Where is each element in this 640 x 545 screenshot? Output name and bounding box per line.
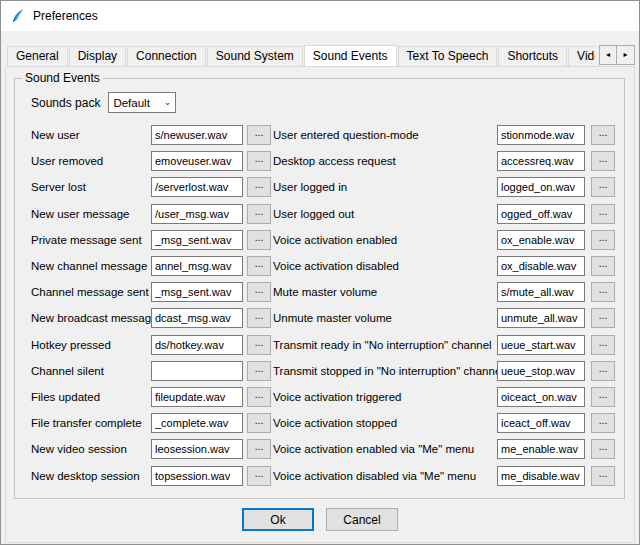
- right-row-label: Mute master volume: [273, 286, 497, 298]
- browse-button[interactable]: ...: [591, 439, 615, 459]
- browse-button[interactable]: ...: [247, 335, 271, 355]
- sound-file-input[interactable]: [151, 335, 243, 355]
- sounds-pack-row: Sounds pack Default ⌄: [31, 92, 624, 113]
- sound-file-input[interactable]: [151, 387, 243, 407]
- browse-button[interactable]: ...: [591, 282, 615, 302]
- sound-events-group: Sound Events Sounds pack Default ⌄ New u…: [14, 71, 625, 499]
- ok-button[interactable]: Ok: [242, 508, 314, 531]
- tab-sound-system[interactable]: Sound System: [207, 46, 303, 66]
- tab-text-to-speech[interactable]: Text To Speech: [398, 46, 498, 66]
- dialog-buttons: Ok Cancel: [6, 499, 634, 542]
- sound-rows-grid: New user...User entered question-mode...…: [31, 122, 624, 489]
- browse-button[interactable]: ...: [591, 151, 615, 171]
- left-row-label: New channel message: [31, 260, 151, 272]
- sound-events-tab-page: Sound Events Sounds pack Default ⌄ New u…: [5, 66, 635, 543]
- browse-button[interactable]: ...: [591, 256, 615, 276]
- sound-file-input[interactable]: [151, 466, 243, 486]
- browse-button[interactable]: ...: [591, 361, 615, 381]
- tab-connection[interactable]: Connection: [127, 46, 206, 66]
- sound-file-input[interactable]: [151, 125, 243, 145]
- sound-file-input[interactable]: [497, 361, 585, 381]
- browse-button[interactable]: ...: [591, 466, 615, 486]
- sound-file-input[interactable]: [151, 204, 243, 224]
- sound-file-input[interactable]: [497, 308, 585, 328]
- sound-file-input[interactable]: [497, 204, 585, 224]
- left-row-label: Channel message sent: [31, 286, 151, 298]
- tab-scroll-right-button[interactable]: ▸: [617, 45, 635, 65]
- sound-file-input[interactable]: [151, 413, 243, 433]
- browse-button[interactable]: ...: [247, 230, 271, 250]
- tab-general[interactable]: General: [7, 46, 68, 66]
- sound-file-input[interactable]: [497, 256, 585, 276]
- tab-shortcuts[interactable]: Shortcuts: [498, 46, 567, 66]
- browse-button[interactable]: ...: [247, 204, 271, 224]
- sound-file-input[interactable]: [151, 361, 243, 381]
- sounds-pack-select[interactable]: Default ⌄: [108, 92, 176, 113]
- sound-file-input[interactable]: [151, 439, 243, 459]
- right-row-label: Voice activation enabled: [273, 234, 497, 246]
- left-row-label: Channel silent: [31, 365, 151, 377]
- browse-button[interactable]: ...: [247, 466, 271, 486]
- right-row-label: Unmute master volume: [273, 312, 497, 324]
- tab-video[interactable]: Video: [568, 46, 595, 66]
- tab-scroll-left-button[interactable]: ◂: [599, 45, 617, 65]
- browse-button[interactable]: ...: [247, 308, 271, 328]
- left-row-label: New video session: [31, 443, 151, 455]
- sound-file-input[interactable]: [497, 177, 585, 197]
- browse-button[interactable]: ...: [247, 177, 271, 197]
- right-row-label: Desktop access request: [273, 155, 497, 167]
- sound-file-input[interactable]: [497, 466, 585, 486]
- cancel-button[interactable]: Cancel: [326, 508, 398, 531]
- left-row-label: New user: [31, 129, 151, 141]
- browse-button[interactable]: ...: [591, 413, 615, 433]
- sound-file-input[interactable]: [497, 413, 585, 433]
- sound-file-input[interactable]: [497, 125, 585, 145]
- left-row-label: New user message: [31, 208, 151, 220]
- browse-button[interactable]: ...: [247, 439, 271, 459]
- left-row-label: User removed: [31, 155, 151, 167]
- sound-file-input[interactable]: [497, 439, 585, 459]
- sound-file-input[interactable]: [151, 256, 243, 276]
- right-row-label: User logged out: [273, 208, 497, 220]
- right-row-label: Voice activation disabled: [273, 260, 497, 272]
- browse-button[interactable]: ...: [247, 361, 271, 381]
- browse-button[interactable]: ...: [591, 308, 615, 328]
- left-row-label: Files updated: [31, 391, 151, 403]
- tab-sound-events[interactable]: Sound Events: [304, 45, 397, 66]
- sound-file-input[interactable]: [497, 335, 585, 355]
- browse-button[interactable]: ...: [591, 125, 615, 145]
- browse-button[interactable]: ...: [247, 282, 271, 302]
- right-row-label: Voice activation disabled via "Me" menu: [273, 470, 497, 482]
- chevron-down-icon: ⌄: [164, 97, 172, 107]
- sound-file-input[interactable]: [151, 308, 243, 328]
- group-title: Sound Events: [22, 71, 103, 85]
- sound-file-input[interactable]: [497, 230, 585, 250]
- sound-file-input[interactable]: [151, 177, 243, 197]
- browse-button[interactable]: ...: [591, 177, 615, 197]
- sound-file-input[interactable]: [151, 282, 243, 302]
- browse-button[interactable]: ...: [247, 151, 271, 171]
- sound-file-input[interactable]: [151, 230, 243, 250]
- tab-display[interactable]: Display: [69, 46, 126, 66]
- browse-button[interactable]: ...: [591, 204, 615, 224]
- sound-file-input[interactable]: [151, 151, 243, 171]
- browse-button[interactable]: ...: [247, 413, 271, 433]
- titlebar: Preferences: [1, 1, 639, 31]
- left-row-label: Hotkey pressed: [31, 339, 151, 351]
- browse-button[interactable]: ...: [591, 387, 615, 407]
- right-row-label: Voice activation stopped: [273, 417, 497, 429]
- tab-bar: GeneralDisplayConnectionSound SystemSoun…: [7, 44, 635, 66]
- preferences-window: Preferences GeneralDisplayConnectionSoun…: [0, 0, 640, 545]
- tab-list: GeneralDisplayConnectionSound SystemSoun…: [7, 44, 595, 66]
- sound-file-input[interactable]: [497, 151, 585, 171]
- left-row-label: New desktop session: [31, 470, 151, 482]
- browse-button[interactable]: ...: [591, 335, 615, 355]
- sound-file-input[interactable]: [497, 282, 585, 302]
- browse-button[interactable]: ...: [247, 125, 271, 145]
- left-row-label: File transfer complete: [31, 417, 151, 429]
- browse-button[interactable]: ...: [247, 387, 271, 407]
- browse-button[interactable]: ...: [247, 256, 271, 276]
- browse-button[interactable]: ...: [591, 230, 615, 250]
- right-row-label: User logged in: [273, 181, 497, 193]
- sound-file-input[interactable]: [497, 387, 585, 407]
